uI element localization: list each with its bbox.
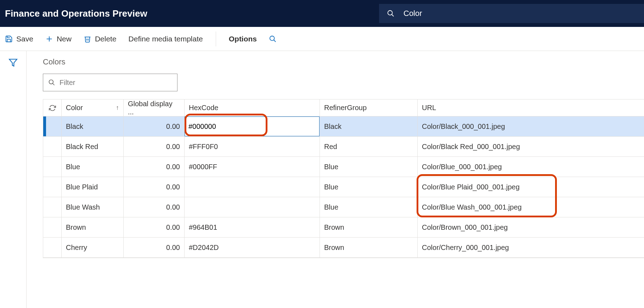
cell-hex[interactable] <box>185 116 320 136</box>
sort-ascending-icon: ↑ <box>116 104 119 112</box>
filter-input[interactable] <box>60 79 172 87</box>
svg-marker-8 <box>9 59 17 66</box>
table-row[interactable]: Blue0.00#0000FFBlueColor/Blue_000_001.jp… <box>43 157 644 177</box>
define-media-template-label: Define media template <box>129 35 203 43</box>
svg-line-1 <box>392 15 394 17</box>
cell-refiner[interactable]: Blue <box>320 157 418 177</box>
cell-gdo[interactable]: 0.00 <box>124 157 185 177</box>
new-button[interactable]: New <box>45 35 72 43</box>
toolbar-separator <box>216 32 216 46</box>
table-row[interactable]: Blue Plaid0.00BlueColor/Blue Plaid_000_0… <box>43 177 644 197</box>
cell-url[interactable]: Color/Blue Plaid_000_001.jpeg <box>418 177 644 197</box>
hex-input[interactable] <box>185 116 320 136</box>
row-selector[interactable] <box>43 116 62 136</box>
options-label: Options <box>229 35 257 43</box>
table-row[interactable]: Blue Wash0.00BlueColor/Blue Wash_000_001… <box>43 197 644 217</box>
cell-color[interactable]: Black Red <box>62 137 124 156</box>
cell-gdo[interactable]: 0.00 <box>124 137 185 156</box>
cell-gdo[interactable]: 0.00 <box>124 238 185 257</box>
cell-hex[interactable] <box>185 197 320 217</box>
sidebar <box>0 51 27 308</box>
cell-url[interactable]: Color/Black_000_001.jpeg <box>418 116 644 136</box>
column-header-gdo[interactable]: Global display ... <box>124 99 185 116</box>
cell-refiner[interactable]: Red <box>320 137 418 156</box>
new-label: New <box>57 35 72 43</box>
trash-icon <box>84 35 91 43</box>
cell-url[interactable]: Color/Brown_000_001.jpeg <box>418 217 644 237</box>
cell-color[interactable]: Blue <box>62 157 124 177</box>
svg-point-6 <box>270 36 275 40</box>
options-button[interactable]: Options <box>229 35 257 43</box>
search-icon <box>387 10 395 17</box>
grid-header: Color ↑ Global display ... HexCode Refin… <box>43 99 644 116</box>
column-header-hex[interactable]: HexCode <box>185 99 320 116</box>
cell-color[interactable]: Blue Wash <box>62 197 124 217</box>
cell-gdo[interactable]: 0.00 <box>124 217 185 237</box>
column-header-refiner-label: RefinerGroup <box>324 104 367 112</box>
cell-url[interactable]: Color/Black Red_000_001.jpeg <box>418 137 644 156</box>
save-label: Save <box>16 35 33 43</box>
save-button[interactable]: Save <box>5 35 33 43</box>
filter-icon[interactable] <box>9 58 18 308</box>
row-selector[interactable] <box>43 238 62 257</box>
search-icon <box>48 79 55 86</box>
cell-gdo[interactable]: 0.00 <box>124 116 185 136</box>
topbar: Finance and Operations Preview Color <box>0 0 644 27</box>
row-selector[interactable] <box>43 137 62 156</box>
cell-color[interactable]: Blue Plaid <box>62 177 124 197</box>
svg-line-7 <box>274 40 276 42</box>
cell-hex[interactable] <box>185 177 320 197</box>
plus-icon <box>45 35 53 43</box>
row-selector[interactable] <box>43 157 62 177</box>
toolbar: Save New Delete Define media template Op… <box>0 27 644 51</box>
svg-point-0 <box>388 11 392 15</box>
cell-color[interactable]: Black <box>62 116 124 136</box>
cell-hex[interactable]: #964B01 <box>185 217 320 237</box>
column-header-url[interactable]: URL <box>418 99 644 116</box>
refresh-column-header[interactable] <box>43 99 62 116</box>
data-grid: Color ↑ Global display ... HexCode Refin… <box>43 99 644 258</box>
svg-line-10 <box>53 84 55 85</box>
section-title: Colors <box>43 57 644 67</box>
cell-gdo[interactable]: 0.00 <box>124 197 185 217</box>
table-row[interactable]: Black Red0.00#FFF0F0RedColor/Black Red_0… <box>43 137 644 157</box>
app-title: Finance and Operations Preview <box>5 8 147 19</box>
table-row[interactable]: Cherry0.00#D2042DBrownColor/Cherry_000_0… <box>43 238 644 258</box>
cell-url[interactable]: Color/Blue_000_001.jpeg <box>418 157 644 177</box>
column-header-gdo-label: Global display ... <box>128 100 180 116</box>
row-selector[interactable] <box>43 217 62 237</box>
search-icon <box>269 35 277 43</box>
cell-color[interactable]: Cherry <box>62 238 124 257</box>
filter-box[interactable] <box>43 74 177 91</box>
refresh-icon <box>49 104 56 112</box>
toolbar-search-button[interactable] <box>269 35 277 43</box>
cell-hex[interactable]: #D2042D <box>185 238 320 257</box>
content: Colors Color ↑ Global display ... <box>27 51 644 308</box>
row-selector[interactable] <box>43 197 62 217</box>
cell-refiner[interactable]: Black <box>320 116 418 136</box>
table-row[interactable]: Brown0.00#964B01BrownColor/Brown_000_001… <box>43 217 644 238</box>
cell-refiner[interactable]: Brown <box>320 217 418 237</box>
cell-hex[interactable]: #0000FF <box>185 157 320 177</box>
save-icon <box>5 35 13 43</box>
table-row[interactable]: Black0.00BlackColor/Black_000_001.jpeg <box>43 116 644 137</box>
column-header-color[interactable]: Color ↑ <box>62 99 124 116</box>
delete-label: Delete <box>95 35 117 43</box>
column-header-color-label: Color <box>66 104 83 112</box>
global-search[interactable]: Color <box>379 4 644 23</box>
cell-refiner[interactable]: Brown <box>320 238 418 257</box>
column-header-refiner[interactable]: RefinerGroup <box>320 99 418 116</box>
column-header-url-label: URL <box>422 104 436 112</box>
global-search-text: Color <box>403 9 422 18</box>
cell-url[interactable]: Color/Cherry_000_001.jpeg <box>418 238 644 257</box>
cell-url[interactable]: Color/Blue Wash_000_001.jpeg <box>418 197 644 217</box>
cell-hex[interactable]: #FFF0F0 <box>185 137 320 156</box>
column-header-hex-label: HexCode <box>189 104 218 112</box>
cell-refiner[interactable]: Blue <box>320 177 418 197</box>
cell-gdo[interactable]: 0.00 <box>124 177 185 197</box>
define-media-template-button[interactable]: Define media template <box>129 35 203 43</box>
cell-color[interactable]: Brown <box>62 217 124 237</box>
cell-refiner[interactable]: Blue <box>320 197 418 217</box>
delete-button[interactable]: Delete <box>84 35 117 43</box>
row-selector[interactable] <box>43 177 62 197</box>
